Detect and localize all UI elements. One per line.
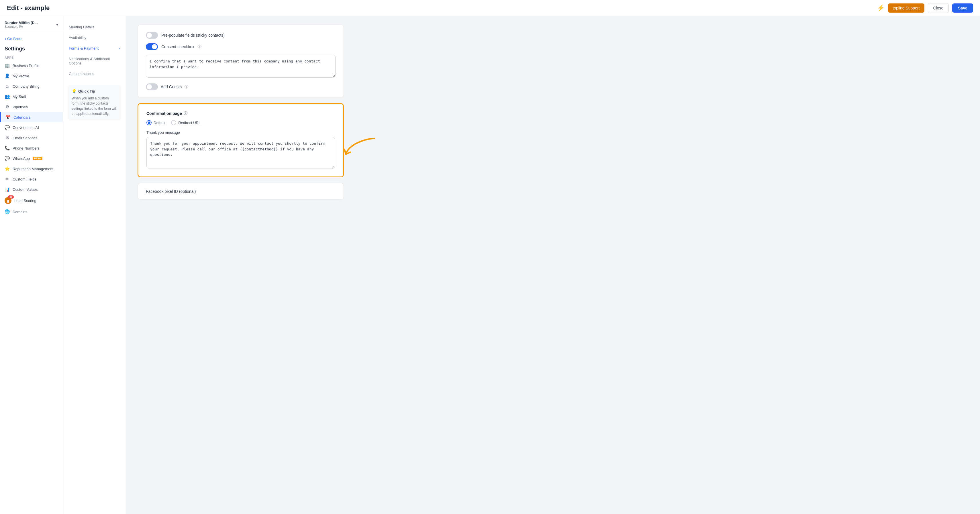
close-button[interactable]: Close — [928, 3, 949, 13]
add-guests-info-icon[interactable]: ⓘ — [185, 84, 188, 89]
email-icon: ✉ — [5, 135, 10, 140]
sidebar-label: Email Services — [13, 136, 37, 140]
sidebar-item-reputation-management[interactable]: ⭐ Reputation Management — [0, 164, 63, 174]
values-icon: 📊 — [5, 187, 10, 192]
consent-checkbox-label: Consent checkbox — [161, 45, 194, 49]
domains-icon: 🌐 — [5, 209, 10, 214]
confirmation-radio-row: Default Redirect URL — [146, 120, 335, 125]
sub-nav-meeting-details[interactable]: Meeting Details — [63, 22, 126, 32]
sidebar-item-custom-values[interactable]: 📊 Custom Values — [0, 184, 63, 194]
sidebar-label: Lead Scoring — [14, 199, 37, 203]
lead-scoring-avatar: g 89 — [5, 197, 11, 204]
support-button[interactable]: topline Support — [888, 3, 924, 13]
chevron-down-icon: ▾ — [56, 22, 58, 27]
sidebar-item-conversation-ai[interactable]: 💬 Conversation AI — [0, 123, 63, 133]
pre-populate-toggle[interactable] — [146, 32, 158, 39]
save-button[interactable]: Save — [952, 3, 973, 13]
thankyou-label: Thank you message — [146, 130, 335, 135]
lightning-icon: ⚡ — [877, 4, 885, 12]
sidebar-item-business-profile[interactable]: 🏢 Business Profile — [0, 60, 63, 71]
sidebar-item-email-services[interactable]: ✉ Email Services — [0, 133, 63, 143]
phone-icon: 📞 — [5, 146, 10, 151]
sidebar-label: Conversation AI — [13, 126, 39, 130]
add-guests-toggle[interactable] — [146, 83, 158, 90]
pipelines-icon: ⚙ — [5, 104, 10, 110]
sub-nav-forms-payment[interactable]: Forms & Payment › — [63, 43, 126, 54]
sub-nav-availability[interactable]: Availability — [63, 32, 126, 43]
star-icon: ⭐ — [5, 166, 10, 171]
content-area: Pre-populate fields (sticky contacts) Co… — [126, 16, 980, 514]
lightbulb-icon: 💡 — [72, 89, 76, 93]
radio-redirect-label: Redirect URL — [178, 121, 200, 125]
sidebar-item-phone-numbers[interactable]: 📞 Phone Numbers — [0, 143, 63, 153]
radio-redirect[interactable]: Redirect URL — [171, 120, 200, 125]
sidebar-section-apps: Apps — [0, 53, 63, 60]
sidebar-item-pipelines[interactable]: ⚙ Pipelines — [0, 102, 63, 112]
account-sub: Scranton, PA — [5, 25, 54, 29]
sub-nav-label: Forms & Payment — [69, 46, 99, 51]
consent-info-icon[interactable]: ⓘ — [198, 44, 202, 49]
sub-nav-label: Availability — [69, 35, 86, 40]
add-guests-row: Add Guests ⓘ — [146, 83, 336, 90]
sidebar-item-whatsapp[interactable]: 💬 WhatsApp beta — [0, 153, 63, 164]
add-guests-label: Add Guests — [161, 84, 182, 89]
pre-populate-row: Pre-populate fields (sticky contacts) — [146, 32, 336, 39]
chat-icon: 💬 — [5, 125, 10, 130]
arrow-annotation — [343, 135, 377, 159]
sidebar-label: Pipelines — [13, 105, 28, 109]
sidebar-label: Custom Fields — [13, 177, 37, 181]
go-back-button[interactable]: Go Back — [0, 32, 63, 43]
lead-scoring-badge: 89 — [8, 196, 14, 199]
sidebar: Dunder Mifflin [D... Scranton, PA ▾ Go B… — [0, 16, 63, 514]
quick-tip-title: 💡 Quick Tip — [72, 89, 117, 93]
pre-populate-label: Pre-populate fields (sticky contacts) — [161, 33, 225, 38]
sub-sidebar: Meeting Details Availability Forms & Pay… — [63, 16, 126, 514]
sidebar-label: Calendars — [13, 115, 30, 119]
sub-nav-label: Notifications & Additional Options — [69, 57, 120, 65]
calendar-icon: 📅 — [5, 115, 11, 120]
confirmation-info-icon[interactable]: ⓘ — [184, 111, 188, 116]
layout: Dunder Mifflin [D... Scranton, PA ▾ Go B… — [0, 16, 980, 514]
chevron-right-icon: › — [119, 46, 120, 51]
sidebar-item-my-profile[interactable]: 👤 My Profile — [0, 71, 63, 81]
sidebar-item-lead-scoring[interactable]: g 89 Lead Scoring — [0, 194, 63, 207]
topbar: Edit - example ⚡ topline Support Close S… — [0, 0, 980, 16]
sidebar-item-company-billing[interactable]: 🗂 Company Billing — [0, 81, 63, 91]
sub-nav-customizations[interactable]: Customizations — [63, 68, 126, 79]
thankyou-textarea[interactable] — [146, 137, 335, 169]
page-title: Edit - example — [7, 4, 49, 12]
consent-checkbox-toggle[interactable] — [146, 43, 158, 50]
confirmation-section: Confirmation page ⓘ Default Redirect URL… — [138, 103, 344, 177]
confirmation-page-title: Confirmation page ⓘ — [146, 111, 335, 116]
account-name: Dunder Mifflin [D... — [5, 21, 54, 25]
sidebar-label: Reputation Management — [13, 167, 53, 171]
fb-pixel-section: Facebook pixel ID (optional) — [138, 183, 344, 200]
person-icon: 👤 — [5, 73, 10, 78]
sidebar-label: Phone Numbers — [13, 146, 40, 150]
sidebar-label: My Profile — [13, 74, 29, 78]
building-icon: 🏢 — [5, 63, 10, 68]
radio-default[interactable]: Default — [146, 120, 165, 125]
staff-icon: 👥 — [5, 94, 10, 99]
radio-default-label: Default — [154, 121, 165, 125]
fb-pixel-label: Facebook pixel ID (optional) — [146, 189, 336, 194]
sidebar-label: Business Profile — [13, 64, 39, 68]
consent-textarea[interactable] — [146, 55, 336, 78]
quick-tip: 💡 Quick Tip When you add a custom form, … — [68, 85, 121, 120]
arrow-svg — [343, 135, 377, 158]
sub-nav-notifications[interactable]: Notifications & Additional Options — [63, 54, 126, 68]
radio-redirect-circle — [171, 120, 176, 125]
sub-nav-label: Customizations — [69, 72, 94, 76]
sidebar-label: Custom Values — [13, 188, 38, 192]
form-settings-section: Pre-populate fields (sticky contacts) Co… — [138, 25, 344, 97]
sidebar-label: WhatsApp — [13, 156, 30, 161]
account-selector[interactable]: Dunder Mifflin [D... Scranton, PA ▾ — [0, 16, 63, 32]
sidebar-item-domains[interactable]: 🌐 Domains — [0, 207, 63, 217]
sidebar-label: Company Billing — [13, 84, 40, 89]
sidebar-item-calendars[interactable]: 📅 Calendars — [0, 112, 63, 123]
radio-default-circle — [146, 120, 151, 125]
sidebar-item-custom-fields[interactable]: ✏ Custom Fields — [0, 174, 63, 184]
sidebar-item-my-staff[interactable]: 👥 My Staff — [0, 91, 63, 102]
quick-tip-text: When you add a custom form, the sticky c… — [72, 96, 117, 116]
beta-badge: beta — [33, 157, 42, 160]
